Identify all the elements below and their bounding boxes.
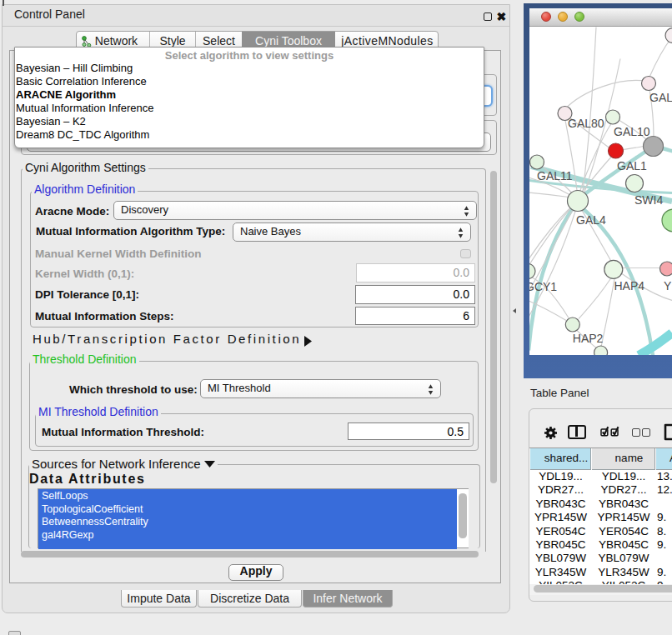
svg-text:Y: Y — [664, 278, 672, 292]
svg-text:GAL4: GAL4 — [576, 213, 606, 227]
svg-text:GAL80: GAL80 — [568, 116, 604, 129]
svg-text:GCY1: GCY1 — [529, 279, 557, 292]
svg-text:SWI4: SWI4 — [634, 192, 663, 206]
svg-text:GAL11: GAL11 — [537, 169, 573, 182]
svg-text:GAL10: GAL10 — [614, 125, 650, 138]
svg-text:GAL7: GAL7 — [649, 90, 672, 103]
svg-text:HAP2: HAP2 — [573, 332, 604, 345]
svg-text:GAL1: GAL1 — [617, 158, 647, 172]
svg-text:HAP4: HAP4 — [614, 278, 645, 292]
